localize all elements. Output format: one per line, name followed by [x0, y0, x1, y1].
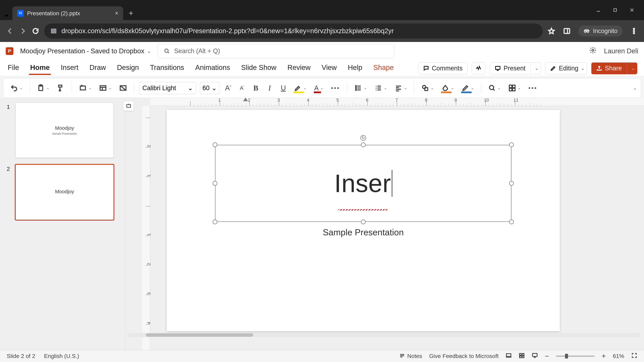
- svg-rect-22: [512, 88, 515, 91]
- designer-button[interactable]: ⌄: [506, 81, 523, 94]
- bullets-button[interactable]: ⌄: [352, 81, 369, 94]
- rotate-handle[interactable]: [360, 135, 366, 141]
- nav-back-button[interactable]: [6, 27, 14, 35]
- ribbon-tab-view[interactable]: View: [321, 62, 338, 75]
- more-font-options-button[interactable]: •••: [329, 81, 342, 94]
- fit-to-window-button[interactable]: [631, 353, 637, 360]
- side-panel-icon[interactable]: [563, 27, 571, 35]
- svg-point-2: [634, 28, 634, 29]
- slide-thumbnail-1[interactable]: 1 Moodjoy Sample Presentation: [7, 103, 120, 158]
- horizontal-ruler[interactable]: 1234567891011: [150, 98, 644, 106]
- ribbon-tab-help[interactable]: Help: [347, 62, 363, 75]
- browser-tab-active[interactable]: Presentation (2).pptx ×: [12, 6, 123, 20]
- shapes-button[interactable]: ⌄: [419, 81, 436, 94]
- feedback-link[interactable]: Give Feedback to Microsoft: [429, 353, 498, 359]
- svg-point-15: [356, 89, 356, 90]
- reset-button[interactable]: [117, 81, 129, 94]
- align-button[interactable]: ⌄: [392, 81, 409, 94]
- zoom-out-button[interactable]: −: [545, 352, 549, 360]
- nav-forward-button[interactable]: [19, 27, 27, 35]
- zoom-slider[interactable]: [556, 356, 594, 357]
- layout-button[interactable]: ⌄: [97, 81, 114, 94]
- settings-gear-icon[interactable]: [589, 46, 596, 55]
- zoom-slider-thumb[interactable]: [565, 354, 568, 359]
- bookmark-star-icon[interactable]: [548, 27, 556, 35]
- window-close-button[interactable]: [628, 7, 635, 12]
- share-button[interactable]: Share ⌄: [591, 62, 637, 74]
- undo-button[interactable]: ⌄: [8, 81, 25, 94]
- shape-fill-button[interactable]: ⌄: [440, 81, 456, 94]
- tab-close-button[interactable]: ×: [115, 10, 118, 16]
- svg-point-6: [592, 49, 594, 51]
- title-textbox[interactable]: Inser: [215, 145, 512, 222]
- underline-button[interactable]: U: [278, 81, 288, 94]
- slide-canvas[interactable]: Inser Sample Presentation: [167, 110, 560, 331]
- svg-rect-20: [512, 85, 515, 88]
- italic-button[interactable]: I: [264, 81, 274, 94]
- language-status[interactable]: English (U.S.): [44, 353, 79, 359]
- present-button[interactable]: Present ⌄: [490, 62, 541, 74]
- incognito-badge[interactable]: Incognito: [578, 25, 622, 36]
- ribbon-tab-review[interactable]: Review: [286, 62, 312, 75]
- present-chevron-icon[interactable]: ⌄: [535, 66, 538, 71]
- slide-sorter-view-button[interactable]: [519, 353, 525, 360]
- ribbon-tab-design[interactable]: Design: [116, 62, 140, 75]
- ribbon-collapse-chevron-icon[interactable]: ⌄: [633, 85, 637, 91]
- svg-rect-1: [564, 28, 570, 33]
- ribbon-tab-draw[interactable]: Draw: [88, 62, 107, 75]
- highlight-color-button[interactable]: ⌄: [292, 81, 308, 94]
- normal-view-button[interactable]: [506, 353, 512, 360]
- user-name[interactable]: Lauren Deli: [604, 47, 638, 55]
- vertical-ruler[interactable]: 211234: [142, 106, 150, 350]
- browser-menu-button[interactable]: [630, 27, 638, 35]
- paste-button[interactable]: ⌄: [35, 81, 51, 94]
- grow-font-button[interactable]: A^: [223, 81, 233, 94]
- scrollbar-thumb[interactable]: [146, 333, 253, 337]
- comments-button[interactable]: Comments: [418, 62, 468, 74]
- find-button[interactable]: ⌄: [486, 81, 502, 94]
- numbering-button[interactable]: ⌄: [372, 81, 389, 94]
- zoom-in-button[interactable]: +: [602, 352, 606, 360]
- horizontal-scrollbar[interactable]: [128, 333, 641, 337]
- ribbon-tab-animations[interactable]: Animations: [194, 62, 231, 75]
- tabs-dropdown-button[interactable]: [2, 12, 11, 20]
- spellcheck-underline: [338, 209, 388, 211]
- document-title[interactable]: Moodjoy Presentation - Saved to Dropbox …: [20, 47, 151, 55]
- ribbon-tab-slide-show[interactable]: Slide Show: [240, 62, 278, 75]
- site-info-icon[interactable]: [50, 27, 57, 35]
- svg-rect-21: [509, 88, 512, 91]
- slide-thumbnail-panel: 1 Moodjoy Sample Presentation 2 Moodjoy: [0, 98, 126, 350]
- shrink-font-button[interactable]: Aˇ: [237, 81, 247, 94]
- tab-title: Presentation (2).pptx: [27, 10, 80, 16]
- address-bar[interactable]: dropbox.com/scl/fi/ds8xk05ovlytyxnalh07u…: [44, 23, 543, 38]
- window-maximize-button[interactable]: [612, 8, 618, 12]
- ribbon-tab-shape[interactable]: Shape: [372, 62, 394, 75]
- reading-view-button[interactable]: [532, 353, 538, 360]
- window-minimize-button[interactable]: [595, 7, 602, 12]
- slide-thumbnail-2[interactable]: 2 Moodjoy: [7, 165, 120, 220]
- shape-outline-button[interactable]: ⌄: [460, 81, 476, 94]
- new-slide-button[interactable]: ⌄: [77, 81, 94, 94]
- search-input[interactable]: Search (Alt + Q): [158, 44, 394, 58]
- format-painter-button[interactable]: [55, 81, 67, 94]
- zoom-level[interactable]: 61%: [613, 353, 624, 359]
- font-name-select[interactable]: Calibri Light⌄: [139, 82, 196, 94]
- ribbon-tab-transitions[interactable]: Transitions: [149, 62, 185, 75]
- share-chevron-icon[interactable]: ⌄: [632, 66, 635, 71]
- powerpoint-logo-icon[interactable]: P: [6, 47, 14, 55]
- subtitle-text[interactable]: Sample Presentation: [167, 227, 560, 237]
- font-size-select[interactable]: 60⌄: [200, 82, 219, 94]
- catch-up-button[interactable]: [472, 62, 486, 74]
- ribbon-tab-home[interactable]: Home: [29, 62, 51, 75]
- svg-point-13: [356, 86, 356, 87]
- more-commands-button[interactable]: •••: [526, 81, 540, 94]
- bold-button[interactable]: B: [251, 81, 261, 94]
- ribbon-tab-insert[interactable]: Insert: [60, 62, 79, 75]
- slide-position[interactable]: Slide 2 of 2: [7, 353, 35, 359]
- notes-toggle[interactable]: Notes: [399, 353, 422, 359]
- nav-reload-button[interactable]: [32, 27, 40, 35]
- ribbon-tab-file[interactable]: File: [7, 62, 20, 75]
- new-tab-button[interactable]: +: [126, 8, 136, 18]
- font-color-button[interactable]: A ⌄: [312, 81, 325, 94]
- editing-mode-button[interactable]: Editing ⌄: [545, 62, 587, 74]
